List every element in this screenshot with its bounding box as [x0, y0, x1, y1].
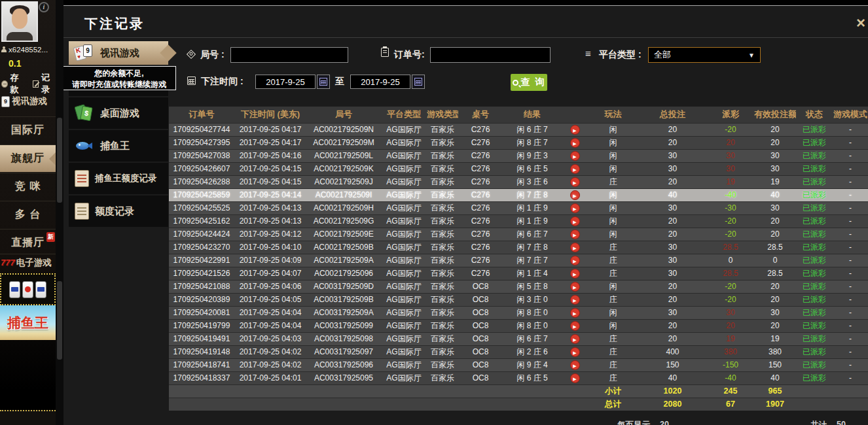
table-row[interactable]: 17092504197992017-09-25 04:04AC003179250…: [169, 319, 868, 332]
tag-icon: [187, 50, 196, 59]
table-row[interactable]: 17092504183372017-09-25 04:01AC003179250…: [169, 371, 868, 384]
date-from-calendar-button[interactable]: [317, 75, 330, 89]
menu-item-table-games[interactable]: $ 桌面游戏: [69, 97, 168, 129]
cell-md: -: [833, 332, 868, 345]
menu-item-fishing-king-quota-records[interactable]: 捕鱼王额度记录: [69, 163, 168, 194]
table-row[interactable]: 17092504203892017-09-25 04:05AC003179250…: [169, 293, 868, 306]
play-video-icon[interactable]: ▶: [570, 269, 580, 279]
cell-pf: AG国际厅: [381, 371, 427, 384]
play-video-icon[interactable]: ▶: [570, 177, 580, 187]
sidebar-item-electronic-games[interactable]: 777 电子游戏: [0, 254, 56, 271]
cell-t: 2017-09-25 04:09: [234, 254, 306, 267]
table-row[interactable]: 17092504244242017-09-25 04:12AC002179250…: [169, 228, 868, 241]
cell-val: 150: [754, 358, 796, 371]
table-row[interactable]: 17092504229912017-09-25 04:09AC002179250…: [169, 254, 868, 267]
fishing-king-banner[interactable]: 捕鱼王: [0, 305, 56, 340]
date-to-calendar-button[interactable]: [412, 75, 425, 89]
table-row[interactable]: 17092504255252017-09-25 04:13AC002179250…: [169, 201, 868, 214]
table-row[interactable]: 17092504251622017-09-25 04:13AC002179250…: [169, 214, 868, 228]
replay-cell: ▶: [562, 214, 588, 228]
sidebar-item-multi-table[interactable]: 多 台: [0, 201, 56, 228]
slots-777-icon: 777: [1, 258, 15, 267]
play-video-icon[interactable]: ▶: [570, 282, 580, 292]
cell-tb: C276: [458, 254, 503, 267]
document-icon: [75, 170, 89, 187]
slot-machine-banner[interactable]: [0, 273, 56, 305]
cell-pay: 20: [707, 319, 754, 332]
avatar[interactable]: [1, 1, 38, 42]
cell-g: 百家乐: [427, 214, 458, 228]
date-to-input[interactable]: [350, 75, 410, 89]
order-number-input[interactable]: [430, 47, 551, 63]
cell-bet: 30: [638, 241, 707, 254]
date-from-input[interactable]: [255, 75, 316, 89]
cell-tb: C276: [458, 136, 503, 149]
cell-res: 闲 8 庄 7: [503, 136, 562, 149]
play-video-icon[interactable]: ▶: [570, 295, 580, 305]
cell-val: 30: [754, 162, 796, 175]
play-video-icon[interactable]: ▶: [570, 360, 580, 370]
info-icon[interactable]: i: [39, 2, 49, 12]
table-row[interactable]: 17092504191482017-09-25 04:02AC003179250…: [169, 345, 868, 358]
cell-md: -: [833, 267, 868, 280]
play-video-icon[interactable]: ▶: [570, 151, 580, 161]
platform-select[interactable]: 全部 ▼: [648, 47, 761, 63]
sidebar-item-video-games[interactable]: 9 视讯游戏: [0, 92, 56, 111]
play-video-icon[interactable]: ▶: [570, 347, 580, 357]
table-row[interactable]: 17092504277442017-09-25 04:17AC002179250…: [169, 123, 868, 136]
document-icon: [75, 203, 89, 220]
play-video-icon[interactable]: ▶: [570, 321, 580, 331]
play-video-icon[interactable]: ▶: [570, 373, 580, 383]
table-row[interactable]: 17092504232702017-09-25 04:10AC002179250…: [169, 241, 868, 254]
search-button[interactable]: 查 询: [511, 74, 547, 91]
table-row[interactable]: 17092504215262017-09-25 04:07AC002179250…: [169, 267, 868, 280]
play-video-icon[interactable]: ▶: [570, 256, 580, 265]
cell-pl: 闲: [588, 228, 638, 241]
column-header: 状态: [796, 107, 833, 123]
table-row[interactable]: 17092504210882017-09-25 04:06AC003179250…: [169, 280, 868, 293]
bottom-banner[interactable]: [0, 410, 56, 425]
play-video-icon[interactable]: ▶: [570, 334, 580, 344]
table-row[interactable]: 17092504200812017-09-25 04:04AC003179250…: [169, 306, 868, 319]
per-page-value[interactable]: 20: [660, 420, 669, 425]
cell-r: AC00317925097: [306, 345, 381, 358]
table-row[interactable]: 17092504258592017-09-25 04:14AC002179250…: [169, 188, 868, 201]
cell-bet: 20: [638, 136, 707, 149]
play-video-icon[interactable]: ▶: [570, 216, 580, 226]
cell-res: 闲 7 庄 7: [503, 254, 562, 267]
replay-cell: ▶: [562, 267, 588, 280]
table-row[interactable]: 17092504270382017-09-25 04:16AC002179250…: [169, 149, 868, 162]
play-video-icon[interactable]: ▶: [570, 230, 580, 239]
play-video-icon[interactable]: ▶: [570, 308, 580, 318]
cell-g: 百家乐: [427, 188, 458, 201]
sidebar-item-flagship-hall[interactable]: 旗舰厅: [0, 144, 56, 172]
cell-r: AC0021792509J: [306, 175, 381, 188]
table-row[interactable]: 17092504273952017-09-25 04:17AC002179250…: [169, 136, 868, 149]
sidebar-item-bid-mi[interactable]: 竞 咪: [0, 173, 56, 200]
play-video-icon[interactable]: ▶: [570, 190, 580, 200]
table-row[interactable]: 17092504187412017-09-25 04:02AC003179250…: [169, 358, 868, 371]
table-row[interactable]: 17092504194912017-09-25 04:03AC003179250…: [169, 332, 868, 345]
play-video-icon[interactable]: ▶: [570, 125, 580, 135]
cell-pf: AG国际厅: [381, 214, 427, 228]
cell-pay: -30: [707, 201, 754, 214]
play-video-icon[interactable]: ▶: [570, 203, 580, 213]
table-row[interactable]: 17092504266072017-09-25 04:15AC002179250…: [169, 162, 868, 175]
menu-item-video-games[interactable]: K♥ 9 视讯游戏: [69, 41, 168, 65]
cell-pf: AG国际厅: [381, 306, 427, 319]
table-row[interactable]: 17092504262882017-09-25 04:15AC002179250…: [169, 175, 868, 188]
play-video-icon[interactable]: ▶: [570, 164, 580, 174]
play-video-icon[interactable]: ▶: [570, 138, 580, 148]
cell-o: 1709250427744: [169, 123, 234, 136]
menu-item-fishing-king[interactable]: 捕鱼王: [69, 130, 168, 162]
menu-item-quota-records[interactable]: 额度记录: [69, 196, 168, 227]
cell-md: -: [833, 123, 868, 136]
balance: 0.1: [9, 58, 21, 69]
close-icon[interactable]: ×: [856, 16, 865, 29]
sidebar-item-live-hall[interactable]: 直播厅 新: [0, 229, 56, 256]
cell-pl: 闲: [588, 214, 638, 228]
scrollbar-strip[interactable]: [56, 0, 63, 425]
sidebar-item-international-hall[interactable]: 国际厅: [0, 116, 56, 144]
round-number-input[interactable]: [230, 47, 348, 63]
play-video-icon[interactable]: ▶: [570, 243, 580, 252]
